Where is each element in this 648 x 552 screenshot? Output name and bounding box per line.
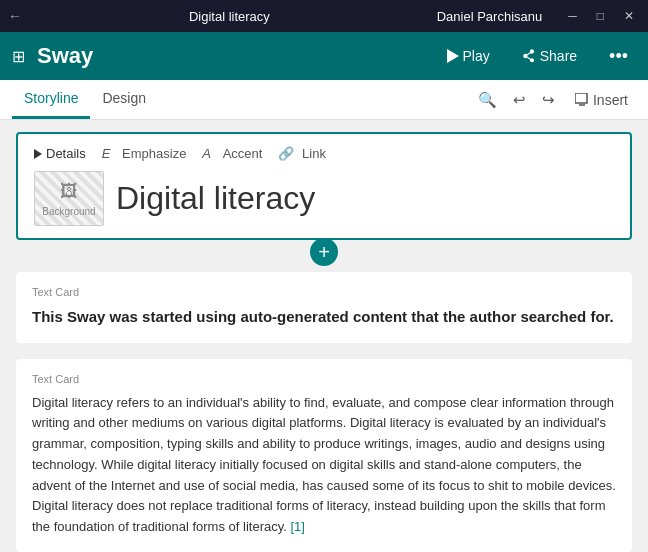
image-icon: 🖼 [60,181,78,202]
grid-icon[interactable]: ⊞ [12,47,25,66]
app-bar: ⊞ Sway Play Share ••• [0,32,648,80]
close-button[interactable]: ✕ [618,7,640,25]
svg-marker-0 [447,49,459,63]
title-heading[interactable]: Digital literacy [116,180,614,217]
svg-rect-1 [575,93,587,103]
tabs-bar: Storyline Design 🔍 ↩ ↪ Insert [0,80,648,120]
app-logo: Sway [37,43,93,69]
text-card-2-content[interactable]: Digital literacy refers to an individual… [32,393,616,539]
minimize-button[interactable]: ─ [562,7,583,25]
add-content-button[interactable]: + [310,238,338,266]
details-triangle-icon [34,149,42,159]
back-button[interactable]: ← [8,8,22,24]
title-card-header: Details E Emphasize A Accent 🔗 Link [34,146,614,161]
play-button[interactable]: Play [439,44,498,68]
format-options: E Emphasize A Accent 🔗 Link [102,146,326,161]
text-card-1-content[interactable]: This Sway was started using auto-generat… [32,306,616,329]
text-card-1-label: Text Card [32,286,616,298]
text-card-2-label: Text Card [32,373,616,385]
details-label: Details [46,146,86,161]
undo-icon[interactable]: ↩ [509,87,530,113]
main-content: Details E Emphasize A Accent 🔗 Link 🖼 Ba… [0,120,648,552]
details-toggle[interactable]: Details [34,146,86,161]
link-button[interactable]: 🔗 Link [278,146,325,161]
tab-storyline[interactable]: Storyline [12,80,90,119]
user-name: Daniel Parchisanu [437,9,543,24]
play-label: Play [463,48,490,64]
text-card-1: Text Card This Sway was started using au… [16,272,632,343]
maximize-button[interactable]: □ [591,7,610,25]
insert-button[interactable]: Insert [567,88,636,112]
search-icon[interactable]: 🔍 [474,87,501,113]
tab-design[interactable]: Design [90,80,158,119]
text-card-2: Text Card Digital literacy refers to an … [16,359,632,553]
window-title: Digital literacy [22,9,437,24]
accent-button[interactable]: A Accent [202,146,262,161]
title-card-body: 🖼 Background Digital literacy [34,171,614,226]
share-button[interactable]: Share [514,44,585,68]
emphasize-button[interactable]: E Emphasize [102,146,187,161]
add-button-row: + [16,238,632,266]
background-placeholder[interactable]: 🖼 Background [34,171,104,226]
reference-link[interactable]: [1] [290,519,304,534]
share-label: Share [540,48,577,64]
title-card: Details E Emphasize A Accent 🔗 Link 🖼 Ba… [16,132,632,240]
more-options-button[interactable]: ••• [601,42,636,71]
title-bar: ← Digital literacy Daniel Parchisanu ─ □… [0,0,648,32]
redo-icon[interactable]: ↪ [538,87,559,113]
background-label: Background [42,206,95,217]
insert-label: Insert [593,92,628,108]
